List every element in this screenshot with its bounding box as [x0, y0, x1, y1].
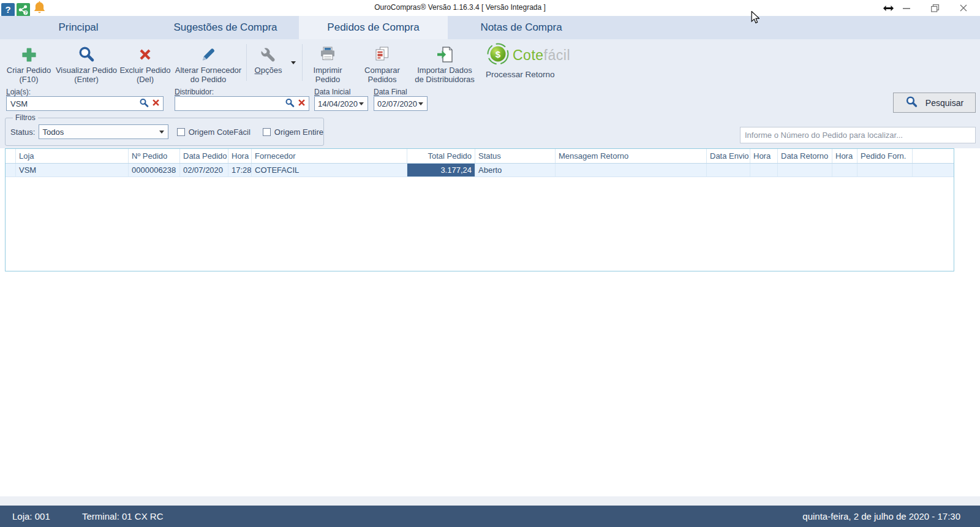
- column-header-filler: [913, 149, 954, 163]
- toolbar-separator: [246, 44, 247, 81]
- cell-data-pedido[interactable]: 02/07/2020: [180, 164, 228, 176]
- data-inicial-label: Data Inicial: [314, 88, 350, 96]
- column-header-indicator: [6, 149, 16, 163]
- search-icon[interactable]: [139, 98, 149, 110]
- column-header-total-pedido[interactable]: Total Pedido: [407, 149, 475, 163]
- loja-label: Loja(s):: [6, 88, 31, 96]
- cell-fornecedor[interactable]: COTEFACIL: [252, 164, 407, 176]
- cell-hora-retorno[interactable]: [832, 164, 858, 176]
- excluir-pedido-button[interactable]: Excluir Pedido (Del): [118, 39, 172, 84]
- column-header-mensagem-retorno[interactable]: Mensagem Retorno: [556, 149, 707, 163]
- column-header-hora-retorno[interactable]: Hora: [832, 149, 858, 163]
- cotefacil-brand: Cotefácil: [513, 47, 570, 64]
- app-window: ? ? OuroCompras® Versão 1.16.: [0, 0, 980, 527]
- tab-sugestoes-de-compra[interactable]: Sugestões de Compra: [152, 16, 299, 39]
- filtros-groupbox: Filtros Status: Todos Origem CoteFácil O…: [5, 118, 324, 146]
- tab-notas-de-compra[interactable]: Notas de Compra: [448, 16, 595, 39]
- column-header-fornecedor[interactable]: Fornecedor: [252, 149, 407, 163]
- comparar-pedidos-button[interactable]: Comparar Pedidos: [356, 39, 409, 84]
- processar-retorno-button[interactable]: $ Cotefácil Processar Retorno: [486, 39, 570, 79]
- data-final-label: Data Final: [374, 88, 407, 96]
- help-icon[interactable]: ?: [1, 3, 15, 17]
- criar-pedido-button[interactable]: Criar Pedido (F10): [3, 39, 55, 84]
- row-indicator-cell: [6, 164, 16, 176]
- cell-status[interactable]: Aberto: [475, 164, 556, 176]
- statusbar-datetime: quinta-feira, 2 de julho de 2020 - 17:30: [802, 511, 960, 521]
- column-header-data-envio[interactable]: Data Envio: [707, 149, 750, 163]
- table-row[interactable]: VSM 0000006238 02/07/2020 17:28:04 COTEF…: [6, 164, 954, 177]
- ribbon-tab-bar: Principal Sugestões de Compra Pedidos de…: [0, 16, 980, 39]
- pedido-search-input[interactable]: [740, 127, 976, 143]
- chevron-down-icon: [359, 102, 364, 105]
- wrench-icon: [260, 44, 277, 66]
- printer-icon: [318, 44, 337, 66]
- cell-total-pedido-selected[interactable]: 3.177,24: [407, 164, 475, 176]
- loja-input[interactable]: [9, 99, 139, 109]
- imprimir-pedido-button[interactable]: Imprimir Pedido: [304, 39, 351, 84]
- column-header-pedido-forn[interactable]: Pedido Forn.: [858, 149, 913, 163]
- close-button[interactable]: [956, 2, 971, 13]
- cell-hora-envio[interactable]: [750, 164, 778, 176]
- data-final-dropdown[interactable]: 02/07/2020: [374, 96, 428, 111]
- data-inicial-dropdown[interactable]: 14/04/2020: [314, 96, 368, 111]
- cotefacil-logo-icon: $: [486, 42, 510, 69]
- cell-data-retorno[interactable]: [778, 164, 832, 176]
- toolbar-separator: [302, 44, 303, 81]
- column-header-numero-pedido[interactable]: Nº Pedido: [129, 149, 180, 163]
- pencil-icon: [199, 44, 217, 66]
- restore-button[interactable]: [927, 2, 943, 13]
- column-header-loja[interactable]: Loja: [16, 149, 129, 163]
- cell-pedido-forn[interactable]: [858, 164, 913, 176]
- origem-entire-checkbox[interactable]: [263, 128, 271, 136]
- share-help-icon[interactable]: ?: [17, 3, 30, 17]
- search-icon: [905, 96, 918, 110]
- statusbar-terminal: Terminal: 01 CX RC: [82, 511, 164, 521]
- grid-header-row: Loja Nº Pedido Data Pedido Hora Forneced…: [6, 149, 954, 164]
- column-header-hora[interactable]: Hora: [228, 149, 252, 163]
- statusbar-loja: Loja: 001: [12, 511, 50, 521]
- column-header-hora-envio[interactable]: Hora: [750, 149, 778, 163]
- cell-mensagem-retorno[interactable]: [556, 164, 707, 176]
- cell-filler: [913, 164, 954, 176]
- bell-icon[interactable]: [33, 1, 46, 18]
- opcoes-button[interactable]: Opções: [249, 39, 288, 75]
- minimize-button[interactable]: [899, 2, 914, 13]
- compare-documents-icon: [373, 44, 391, 66]
- alterar-fornecedor-button[interactable]: Alterar Fornecedor do Pedido: [172, 39, 244, 84]
- status-label: Status:: [10, 127, 35, 137]
- plus-icon: [20, 44, 38, 66]
- chevron-down-icon: [159, 131, 164, 134]
- cell-numero-pedido[interactable]: 0000006238: [129, 164, 180, 176]
- tab-pedidos-de-compra[interactable]: Pedidos de Compra: [299, 16, 448, 39]
- import-document-icon: [435, 44, 454, 66]
- status-bar: Loja: 001 Terminal: 01 CX RC quinta-feir…: [0, 506, 980, 527]
- mouse-cursor: [751, 11, 760, 26]
- window-title: OuroCompras® Versão 1.16.3.4 [ Versão In…: [374, 3, 546, 12]
- pesquisar-button[interactable]: Pesquisar: [893, 93, 976, 113]
- distribuidor-input[interactable]: [178, 99, 285, 109]
- bottom-strip: [0, 496, 980, 506]
- loja-input-wrap: [6, 96, 164, 111]
- cell-hora[interactable]: 17:28:04: [228, 164, 252, 176]
- resize-horizontal-icon[interactable]: [880, 2, 896, 13]
- visualizar-pedido-button[interactable]: Visualizar Pedido (Enter): [55, 39, 118, 84]
- chevron-down-icon: [418, 102, 423, 105]
- cell-data-envio[interactable]: [707, 164, 750, 176]
- svg-text:?: ?: [24, 10, 27, 15]
- origem-cotefacil-checkbox[interactable]: [177, 128, 185, 136]
- opcoes-dropdown-arrow[interactable]: [291, 61, 296, 64]
- svg-text:$: $: [496, 49, 501, 59]
- status-dropdown[interactable]: Todos: [39, 124, 168, 139]
- column-header-status[interactable]: Status: [475, 149, 556, 163]
- clear-icon[interactable]: [151, 98, 160, 109]
- cell-loja[interactable]: VSM: [16, 164, 129, 176]
- clear-icon[interactable]: [297, 98, 306, 109]
- tab-principal[interactable]: Principal: [5, 16, 152, 39]
- importar-dados-button[interactable]: Importar Dados de Distribuidoras: [409, 39, 481, 84]
- origem-entire-label: Origem Entire: [274, 127, 323, 137]
- column-header-data-pedido[interactable]: Data Pedido: [180, 149, 228, 163]
- origem-cotefacil-label: Origem CoteFácil: [189, 127, 251, 137]
- column-header-data-retorno[interactable]: Data Retorno: [778, 149, 832, 163]
- orders-grid: Loja Nº Pedido Data Pedido Hora Forneced…: [5, 148, 954, 271]
- search-icon[interactable]: [285, 98, 295, 110]
